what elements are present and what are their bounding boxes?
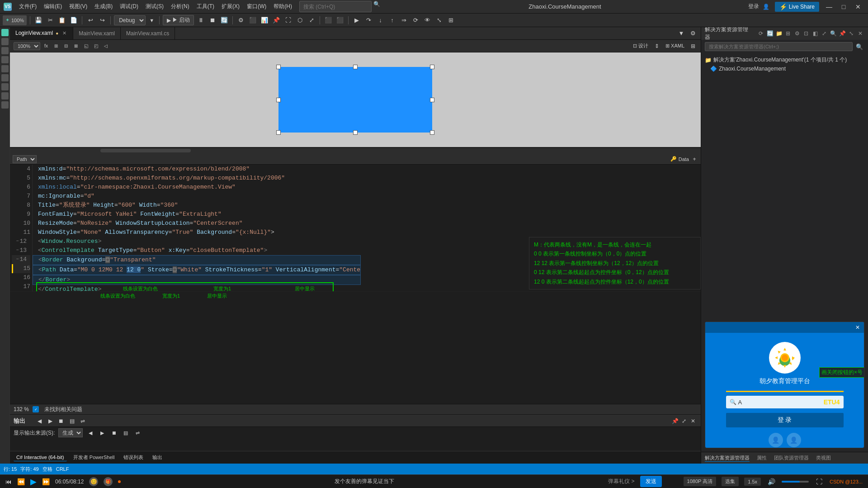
activity-icon-3[interactable]: [1, 47, 9, 54]
output-source-btn-1[interactable]: ◀: [86, 428, 94, 438]
resize-handle-br[interactable]: [430, 130, 434, 135]
undo-btn[interactable]: ↩: [85, 15, 95, 25]
tab-loginview-xaml[interactable]: LoginView.xaml ● ✕: [10, 27, 73, 39]
csdn-logo[interactable]: CSDN @123...: [830, 479, 863, 484]
zoom-fit-btn[interactable]: fx: [42, 41, 50, 51]
preview-close-btn[interactable]: ✕: [854, 324, 861, 331]
solution-root-item[interactable]: 📁 解决方案'Zhaoxi.CourseManagement'(1 个项目/共 …: [701, 55, 868, 65]
stop-btn[interactable]: ⏹: [208, 15, 217, 25]
project-item[interactable]: 🔷 Zhaoxi.CourseManagement: [701, 65, 868, 73]
solution-pin-btn[interactable]: 📌: [838, 29, 846, 38]
tab-list-btn[interactable]: ▼: [676, 28, 686, 38]
resize-handle-tr[interactable]: [430, 65, 434, 69]
design-btn[interactable]: ⊡ 设计: [630, 41, 651, 51]
menu-edit[interactable]: 编辑(E): [40, 1, 66, 12]
menu-test[interactable]: 测试(S): [142, 1, 167, 12]
sol-tab-explorer[interactable]: 解决方案资源管理器: [705, 455, 750, 462]
platform-select[interactable]: ▼: [147, 15, 156, 25]
toolbar-extra-10[interactable]: ⤡: [434, 15, 444, 25]
playlist-btn[interactable]: 选集: [722, 477, 739, 486]
solution-close-btn[interactable]: ✕: [856, 29, 864, 38]
output-stop-btn[interactable]: ⏹: [57, 416, 65, 426]
activity-icon-8[interactable]: [1, 92, 9, 99]
menu-view[interactable]: 视图(V): [66, 1, 91, 12]
grid-btn-3[interactable]: ⊠: [72, 41, 80, 51]
output-pin-btn[interactable]: 📌: [671, 416, 679, 426]
sol-tab-classview[interactable]: 类视图: [816, 455, 831, 461]
restore-button[interactable]: □: [837, 2, 850, 12]
output-source-btn-5[interactable]: ⇌: [133, 428, 142, 438]
resize-handle-tl[interactable]: [276, 65, 281, 69]
solution-more-btn[interactable]: ⊞: [784, 29, 792, 38]
solution-filter-btn[interactable]: 🔍: [829, 29, 837, 38]
run-btn-2[interactable]: ▶: [352, 15, 362, 25]
tab-powershell[interactable]: 开发者 PowerShell: [71, 453, 118, 462]
scroll-thumb[interactable]: [100, 149, 191, 152]
menu-extensions[interactable]: 扩展(X): [218, 1, 243, 12]
resize-handle-rm[interactable]: [430, 98, 434, 102]
sol-tab-team[interactable]: 团队资源管理器: [774, 455, 809, 461]
chevron-left-icon[interactable]: ◁: [102, 41, 110, 51]
solution-diff-btn[interactable]: ⤢: [820, 29, 828, 38]
solution-new-btn[interactable]: ◧: [811, 29, 819, 38]
xaml-expand-btn[interactable]: ⊞: [689, 41, 697, 51]
zoom-indicator-icon[interactable]: ✓: [33, 406, 39, 412]
output-next-btn[interactable]: ▶: [46, 416, 54, 426]
output-prev-btn[interactable]: ◀: [35, 416, 43, 426]
solution-detach-btn[interactable]: ⤡: [847, 29, 855, 38]
debug-mode-select[interactable]: Debug: [114, 15, 146, 25]
send-button[interactable]: 发送: [640, 476, 662, 487]
start-button[interactable]: ▶ ▶ 启动: [163, 15, 194, 25]
media-rewind-btn[interactable]: ⏮: [5, 478, 12, 485]
path-select[interactable]: Path: [13, 155, 37, 163]
output-source-btn-3[interactable]: ⏹: [110, 428, 118, 438]
tab-error-list[interactable]: 错误列表: [121, 453, 146, 462]
solution-refresh-btn[interactable]: 🔄: [766, 29, 774, 38]
horizontal-scrollbar[interactable]: [10, 147, 701, 154]
output-detach-btn[interactable]: ⤢: [680, 416, 688, 426]
up-down-btn[interactable]: ⇕: [653, 41, 661, 51]
resize-handle-tm[interactable]: [353, 65, 358, 69]
step-into-btn[interactable]: ↓: [375, 15, 385, 25]
output-close-btn[interactable]: ✕: [689, 416, 697, 426]
toolbar-btn-1[interactable]: ✂: [45, 15, 55, 25]
add-project-btn[interactable]: ✦ 100%: [3, 15, 27, 25]
menu-help[interactable]: 帮助(H): [270, 1, 296, 12]
toolbar-extra-2[interactable]: ⬛: [248, 15, 258, 25]
tab-cs-interactive[interactable]: C# Interactive (64-bit): [14, 454, 67, 461]
media-play-btn[interactable]: ▶: [30, 477, 37, 487]
toolbar-extra-8[interactable]: ⬛: [323, 15, 333, 25]
output-wrap-btn[interactable]: ⇌: [79, 416, 87, 426]
solution-search-input[interactable]: [705, 42, 853, 51]
menu-debug[interactable]: 调试(D): [116, 1, 142, 12]
liveshare-button[interactable]: ⚡ Live Share: [775, 2, 819, 12]
toolbar-btn-2[interactable]: 📋: [57, 15, 67, 25]
solution-settings-btn[interactable]: ⚙: [793, 29, 801, 38]
activity-icon-4[interactable]: [1, 56, 9, 63]
tab-close-loginview[interactable]: ✕: [61, 30, 67, 36]
tab-mainview-xaml[interactable]: MainView.xaml: [73, 27, 121, 39]
solution-add-btn[interactable]: 📁: [775, 29, 783, 38]
toolbar-extra-5[interactable]: ⛶: [283, 15, 293, 25]
resize-handle-bl[interactable]: [276, 130, 281, 135]
close-button[interactable]: ✕: [852, 2, 864, 12]
solution-sync-btn[interactable]: ⟳: [757, 29, 765, 38]
pause-btn[interactable]: ⏸: [196, 15, 206, 25]
activity-icon-9[interactable]: [1, 101, 9, 109]
activity-icon-2[interactable]: [1, 38, 9, 45]
data-icon[interactable]: 🔑: [670, 156, 677, 162]
menu-build[interactable]: 生成(B): [91, 1, 116, 12]
activity-icon-7[interactable]: [1, 83, 9, 90]
watch-btn[interactable]: 👁: [422, 15, 432, 25]
view-btn-1[interactable]: ◱: [82, 41, 90, 51]
zoom-select[interactable]: 100%: [14, 42, 40, 50]
grid-btn-2[interactable]: ⊟: [62, 41, 70, 51]
output-source-btn-2[interactable]: ▶: [98, 428, 106, 438]
toolbar-extra-11[interactable]: ⊞: [446, 15, 456, 25]
toolbar-btn-3[interactable]: 📄: [69, 15, 79, 25]
minimize-button[interactable]: —: [823, 2, 835, 12]
menu-analyze[interactable]: 分析(N): [167, 1, 193, 12]
activity-icon-5[interactable]: [1, 65, 9, 72]
step-out-btn[interactable]: ↑: [387, 15, 397, 25]
volume-slider[interactable]: [782, 481, 809, 483]
